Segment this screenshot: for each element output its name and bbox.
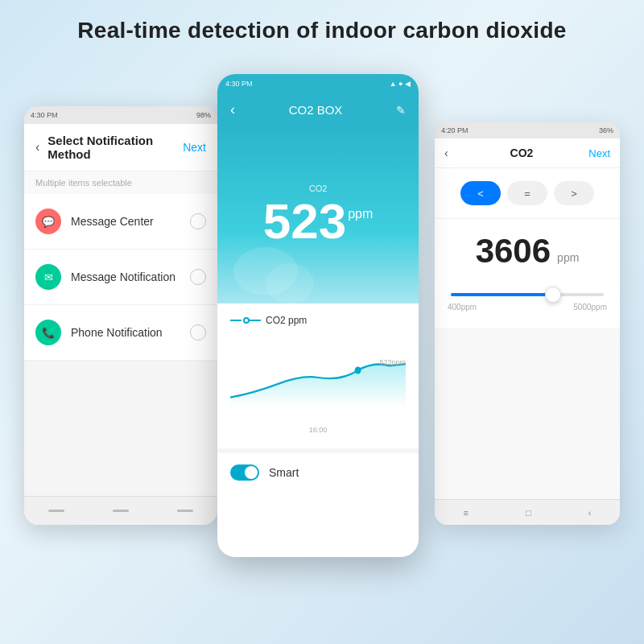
right-status-time: 4:20 PM: [441, 126, 469, 134]
slider-section: 400ppm 5000ppm: [435, 283, 620, 328]
center-app-title: CO2 BOX: [289, 103, 343, 117]
notification-item-phone-notif[interactable]: 📞 Phone Notification: [24, 305, 217, 361]
right-next-button[interactable]: Next: [588, 147, 610, 159]
chart-line-left: [230, 320, 242, 321]
left-status-bar: 4:30 PM 98%: [24, 106, 217, 124]
value-unit: ppm: [557, 251, 579, 264]
chart-time-label: 16:00: [230, 426, 406, 434]
right-back-button[interactable]: ‹: [444, 147, 448, 159]
right-status-battery: 36%: [599, 126, 613, 134]
co2-value-display: 523 ppm: [263, 196, 374, 246]
right-bottom-nav: ≡ □ ‹: [435, 499, 620, 525]
slider-track[interactable]: [451, 293, 604, 296]
phone-notif-icon: 📞: [35, 320, 61, 345]
chart-line-right: [250, 320, 261, 321]
chart-ppm-marker: 523ppm: [379, 358, 406, 366]
chart-header: CO2 ppm: [230, 315, 406, 326]
slider-max-label: 5000ppm: [573, 303, 607, 312]
left-header-title: Select Notification Method: [47, 134, 183, 161]
phone-left: 4:30 PM 98% ‹ Select Notification Method…: [24, 106, 217, 525]
left-nav-recent[interactable]: [177, 510, 193, 512]
co2-decoration-2: [266, 263, 314, 303]
message-notif-radio[interactable]: [190, 269, 206, 285]
condition-equals[interactable]: =: [507, 181, 547, 205]
svg-point-0: [355, 367, 361, 374]
smart-toggle[interactable]: [230, 464, 259, 481]
phone-notif-label: Phone Notification: [71, 326, 190, 339]
slider-thumb[interactable]: [545, 287, 561, 303]
left-next-button[interactable]: Next: [183, 141, 206, 154]
right-header: ‹ CO2 Next: [435, 138, 620, 168]
chart-svg: [230, 334, 406, 407]
message-center-radio[interactable]: [190, 213, 206, 229]
co2-label: CO2: [309, 184, 328, 193]
left-status-time: 4:30 PM: [31, 111, 58, 119]
co2-unit: ppm: [348, 208, 373, 221]
left-header: ‹ Select Notification Method Next: [24, 124, 217, 171]
center-back-button[interactable]: ‹: [230, 101, 235, 118]
condition-greater-than[interactable]: >: [554, 181, 594, 205]
center-status-right: ▲ ● ◀: [390, 80, 411, 88]
message-notif-icon: ✉: [35, 264, 61, 290]
center-edit-button[interactable]: ✎: [396, 104, 406, 117]
right-status-bar: 4:20 PM 36%: [435, 122, 620, 138]
condition-buttons: < = >: [435, 168, 620, 218]
left-nav-back[interactable]: [48, 510, 64, 512]
phone-right: 4:20 PM 36% ‹ CO2 Next < = > 3606 ppm 40…: [435, 122, 620, 525]
notification-item-message-notif[interactable]: ✉ Message Notification: [24, 250, 217, 305]
phone-center: 4:30 PM ▲ ● ◀ ‹ CO2 BOX ✎ CO2 523 ppm: [217, 74, 419, 557]
left-subtitle: Multiple items selectable: [24, 171, 217, 194]
right-nav-menu[interactable]: ≡: [464, 508, 469, 518]
condition-less-than[interactable]: <: [460, 181, 501, 205]
co2-display: CO2 523 ppm: [217, 126, 419, 303]
chart-area: 523ppm: [230, 334, 406, 423]
left-back-button[interactable]: ‹: [35, 140, 39, 155]
left-status-battery: 98%: [196, 111, 211, 119]
right-nav-back[interactable]: ‹: [588, 508, 592, 518]
message-center-label: Message Center: [71, 215, 190, 228]
co2-number: 523: [263, 196, 346, 246]
message-center-icon: 💬: [35, 208, 61, 234]
center-app-header: ‹ CO2 BOX ✎: [217, 93, 419, 126]
right-header-title: CO2: [455, 147, 589, 159]
right-nav-home[interactable]: □: [526, 508, 531, 518]
chart-dot-icon: [243, 317, 250, 324]
center-status-bar: 4:30 PM ▲ ● ◀: [217, 74, 419, 93]
phone-notif-radio[interactable]: [190, 324, 206, 341]
slider-min-label: 400ppm: [448, 303, 477, 312]
smart-label: Smart: [269, 466, 299, 479]
notification-item-message-center[interactable]: 💬 Message Center: [24, 194, 217, 250]
page-title: Real-time detection of indoor carbon dio…: [0, 0, 644, 58]
chart-section: CO2 ppm 523ppm 16:00: [217, 303, 419, 448]
message-notif-label: Message Notification: [71, 270, 190, 283]
center-status-time: 4:30 PM: [225, 80, 253, 88]
phones-container: 4:30 PM 98% ‹ Select Notification Method…: [0, 58, 644, 605]
left-nav-home[interactable]: [113, 510, 129, 512]
left-bottom-nav: [24, 496, 217, 525]
smart-section: Smart: [217, 448, 419, 492]
chart-legend-label: CO2 ppm: [266, 315, 307, 326]
value-display: 3606 ppm: [435, 218, 620, 283]
value-number: 3606: [476, 232, 551, 270]
slider-labels: 400ppm 5000ppm: [448, 303, 607, 312]
